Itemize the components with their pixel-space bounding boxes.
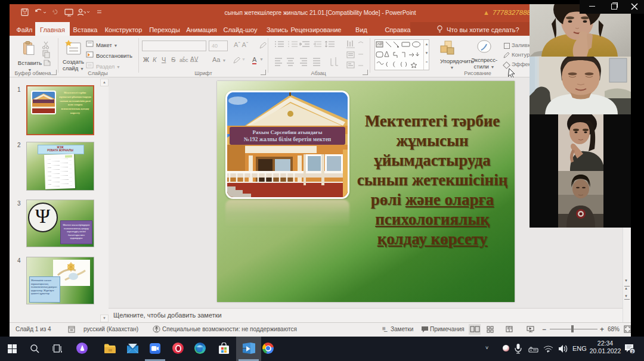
svg-text:Рахым Сәрсенбин атындағы: Рахым Сәрсенбин атындағы — [253, 129, 323, 135]
svg-text:№192 жалпы білім беретін мекте: №192 жалпы білім беретін мектеп — [244, 136, 332, 142]
svg-text:2: 2 — [631, 349, 633, 354]
